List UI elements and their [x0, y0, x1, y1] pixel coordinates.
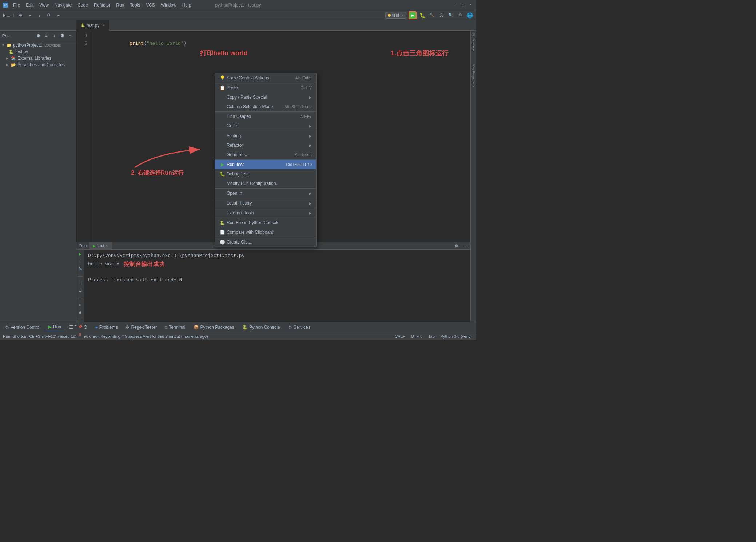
ctx-generate[interactable]: Generate... Alt+Insert	[215, 150, 316, 159]
debug-button[interactable]: 🐛	[419, 12, 426, 19]
ctx-label-gist: Create Gist...	[227, 240, 252, 245]
structure-icon[interactable]: ≡	[26, 12, 33, 19]
run-sep3: —	[77, 317, 83, 323]
ctx-shortcut-generate: Alt+Insert	[295, 153, 312, 157]
menu-window[interactable]: Window	[158, 2, 179, 8]
code-str-hello: "hello world"	[147, 40, 184, 46]
code-fn-print: print	[130, 40, 144, 46]
menu-edit[interactable]: Edit	[23, 2, 36, 8]
ctx-show-context-actions[interactable]: 💡 Show Context Actions Alt+Enter	[215, 73, 316, 83]
btab-run[interactable]: ▶ Run	[45, 323, 65, 331]
ctx-left-run: ▶ Run 'test'	[219, 162, 244, 167]
window-title: pythonProject1 - test.py	[215, 3, 261, 8]
ctx-gist-icon: ⚪	[219, 239, 225, 245]
ctx-run-python-icon: 🐍	[219, 220, 225, 226]
ctx-modify-run-config[interactable]: Modify Run Configuration...	[215, 179, 316, 188]
maximize-button[interactable]: □	[460, 2, 466, 8]
ctx-label-folding: Folding	[227, 133, 241, 138]
run-button[interactable]	[409, 11, 417, 19]
run-play-panel-btn[interactable]: ▶	[77, 251, 83, 257]
minimize-button[interactable]: −	[453, 2, 459, 8]
run-pin-btn[interactable]: 📌	[77, 324, 83, 330]
menu-vcs[interactable]: VCS	[143, 2, 158, 8]
ctx-compare-clipboard[interactable]: 📄 Compare with Clipboard	[215, 228, 316, 237]
run-print-btn[interactable]: 🖨	[77, 309, 83, 315]
ctx-run-test[interactable]: ▶ Run 'test' Ctrl+Shift+F10	[215, 160, 316, 169]
ctx-col-icon	[219, 104, 225, 110]
translate-icon[interactable]: 文	[438, 12, 445, 19]
tree-item-external-libraries[interactable]: ▶ 📚 External Libraries	[0, 55, 76, 62]
project-sidebar: Pr... ⊕ ≡ ↕ ⚙ − ▼ 📁 pythonProject1 D:\py…	[0, 31, 76, 322]
ctx-run-icon: ▶	[219, 162, 225, 167]
run-scroll-btn[interactable]: ☰	[77, 280, 83, 286]
ctx-copy-paste-icon	[219, 94, 225, 100]
run-delete-btn[interactable]: 🗑	[77, 331, 83, 337]
menu-code[interactable]: Code	[75, 2, 91, 8]
editor-tab-test-py[interactable]: 🐍 test.py ×	[76, 20, 109, 31]
ctx-label-run-python: Run File in Python Console	[227, 220, 279, 225]
key-promoter-tab[interactable]: Key Promoter X	[471, 62, 476, 91]
panel-settings-icon[interactable]: ⚙	[453, 242, 460, 249]
ctx-copy-paste-special[interactable]: Copy / Paste Special ▶	[215, 92, 316, 102]
ctx-column-selection[interactable]: Column Selection Mode Alt+Shift+Insert	[215, 102, 316, 111]
close-tab-icon[interactable]: ×	[102, 23, 104, 27]
collapse-icon[interactable]: ↕	[36, 12, 43, 19]
run-tab[interactable]: ▶ test ×	[89, 242, 112, 249]
run-tab-close[interactable]: ×	[106, 244, 108, 248]
menu-run[interactable]: Run	[113, 2, 127, 8]
close-button[interactable]: ×	[467, 2, 473, 8]
refresh-icon[interactable]: ⊕	[17, 12, 24, 19]
ctx-refactor[interactable]: Refactor ▶	[215, 141, 316, 150]
tree-root-project[interactable]: ▼ 📁 pythonProject1 D:\pythonl	[0, 42, 76, 48]
toolbar-sep1: |	[13, 13, 14, 17]
menu-tools[interactable]: Tools	[127, 2, 143, 8]
ctx-local-history[interactable]: Local History ▶	[215, 198, 316, 208]
run-config-selector[interactable]: test ▼	[385, 12, 406, 19]
run-layout-btn[interactable]: ⊞	[77, 302, 83, 308]
build-button[interactable]: 🔨	[428, 12, 435, 19]
context-menu: 💡 Show Context Actions Alt+Enter 📋 Paste…	[215, 73, 317, 247]
ctx-arrow-local-history: ▶	[309, 201, 312, 205]
ctx-debug-test[interactable]: 🐛 Debug 'test'	[215, 169, 316, 179]
ctx-folding[interactable]: Folding ▶	[215, 131, 316, 141]
tree-item-test-py[interactable]: 🐍 test.py	[0, 48, 76, 55]
search-icon[interactable]: 🔍	[447, 12, 454, 19]
profile-icon[interactable]: 🌐	[466, 12, 473, 19]
ctx-paste[interactable]: 📋 Paste Ctrl+V	[215, 83, 316, 92]
line-numbers: 1 2	[76, 31, 91, 242]
menu-view[interactable]: View	[36, 2, 52, 8]
gear-icon[interactable]: ⚙	[457, 12, 464, 19]
menu-bar[interactable]: File Edit View Navigate Code Refactor Ru…	[10, 2, 194, 8]
menu-help[interactable]: Help	[179, 2, 194, 8]
sidebar-hide-icon[interactable]: −	[67, 32, 74, 39]
ctx-goto[interactable]: Go To ▶	[215, 121, 316, 131]
ctx-run-file-python[interactable]: 🐍 Run File in Python Console	[215, 218, 316, 228]
sidebar-collapse-icon[interactable]: ↕	[51, 32, 58, 39]
ctx-label-run: Run 'test'	[227, 162, 244, 167]
ctx-open-in[interactable]: Open In ▶	[215, 189, 316, 198]
run-wrench-btn[interactable]: 🔧	[77, 266, 83, 272]
hide-icon[interactable]: −	[55, 12, 62, 19]
run-filter-btn[interactable]: ☰	[77, 288, 83, 293]
panel-hide-icon[interactable]: −	[462, 242, 469, 249]
annotation-console: 控制台输出成功	[124, 260, 164, 269]
project-tree: ▼ 📁 pythonProject1 D:\pythonl 🐍 test.py …	[0, 41, 76, 322]
ctx-find-usages[interactable]: Find Usages Alt+F7	[215, 112, 316, 121]
btab-version-control[interactable]: ⚙ Version Control	[1, 324, 44, 331]
bottom-panel: Run: ▶ test × ⚙ − ▶ ↑ 🔧 — ☰ ☰	[76, 242, 470, 322]
sidebar-gear-icon[interactable]: ⚙	[59, 32, 66, 39]
sidebar-expand-icon[interactable]: ≡	[43, 32, 50, 39]
terminal-line-3	[88, 269, 467, 276]
tree-item-scratches[interactable]: ▶ 📂 Scratches and Consoles	[0, 62, 76, 68]
menu-navigate[interactable]: Navigate	[52, 2, 75, 8]
notifications-tab[interactable]: Notifications	[471, 31, 476, 54]
menu-file[interactable]: File	[10, 2, 23, 8]
settings-icon[interactable]: ⚙	[45, 12, 52, 19]
annotation-run-tip: 1.点击三角图标运行	[391, 49, 449, 58]
run-up-btn[interactable]: ↑	[77, 258, 83, 264]
sidebar-add-icon[interactable]: ⊕	[35, 32, 42, 39]
ctx-create-gist[interactable]: ⚪ Create Gist...	[215, 237, 316, 247]
menu-refactor[interactable]: Refactor	[91, 2, 113, 8]
terminal-hello-output: hello world	[88, 260, 119, 268]
ctx-external-tools[interactable]: External Tools ▶	[215, 208, 316, 218]
